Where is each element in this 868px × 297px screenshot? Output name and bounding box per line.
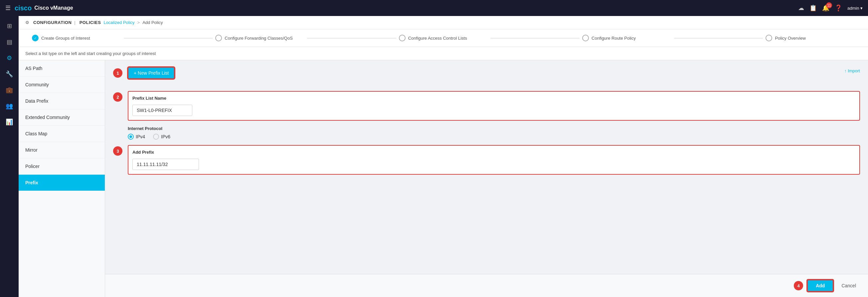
wizard-step-1[interactable]: ✓ Create Groups of Interest bbox=[32, 35, 121, 41]
list-item-prefix[interactable]: Prefix bbox=[19, 175, 105, 191]
step-2-content: Prefix List Name Internet Protocol IPv4 bbox=[128, 91, 860, 140]
cancel-button[interactable]: Cancel bbox=[837, 280, 860, 291]
breadcrumb-current: Add Policy bbox=[143, 20, 163, 25]
app-name: Cisco vManage bbox=[34, 5, 73, 11]
step-badge-2: 2 bbox=[113, 92, 122, 102]
notification-badge: 11 bbox=[826, 2, 832, 8]
add-prefix-box: Add Prefix bbox=[128, 145, 860, 175]
breadcrumb-separator: > bbox=[137, 20, 140, 25]
breadcrumb-localized-policy[interactable]: Localized Policy bbox=[103, 20, 134, 25]
step-badge-1: 1 bbox=[113, 68, 122, 78]
form-panel: 1 + New Prefix List 2 Prefix List Name bbox=[105, 60, 868, 274]
add-prefix-input[interactable] bbox=[132, 159, 199, 170]
main-content: ⚙ CONFIGURATION | POLICIES Localized Pol… bbox=[19, 16, 868, 297]
internet-protocol-label: Internet Protocol bbox=[128, 126, 860, 131]
ip-protocol-radio-group: IPv4 IPv6 bbox=[128, 134, 860, 140]
add-button[interactable]: Add bbox=[807, 280, 833, 292]
app-logo: cisco Cisco vManage bbox=[14, 4, 73, 12]
step-2-row: 2 Prefix List Name Internet Protocol bbox=[113, 91, 860, 140]
notification-bell[interactable]: 🔔 11 bbox=[822, 4, 829, 12]
internet-protocol-section: Internet Protocol IPv4 IPv6 bbox=[128, 126, 860, 140]
wizard-step-2[interactable]: Configure Forwarding Classes/QoS bbox=[215, 35, 304, 41]
step-connector-2 bbox=[307, 38, 396, 38]
step-label-1: Create Groups of Interest bbox=[41, 36, 90, 40]
step-3-content: Add Prefix bbox=[128, 145, 860, 175]
top-nav-right: ☁ 📋 🔔 11 ❓ admin ▾ bbox=[798, 4, 863, 12]
step-circle-5 bbox=[766, 35, 772, 41]
wizard-step-3[interactable]: Configure Access Control Lists bbox=[399, 35, 488, 41]
step-circle-3 bbox=[399, 35, 406, 41]
breadcrumb: ⚙ CONFIGURATION | POLICIES Localized Pol… bbox=[19, 16, 868, 29]
list-item-extended-community[interactable]: Extended Community bbox=[19, 109, 105, 126]
step-label-4: Configure Route Policy bbox=[592, 36, 636, 40]
step-3-row: 3 Add Prefix bbox=[113, 145, 860, 175]
sidebar-item-terminal[interactable]: ▤ bbox=[2, 35, 17, 49]
hamburger-icon[interactable]: ☰ bbox=[5, 4, 11, 12]
left-sidebar: ⊞ ▤ ⚙ 🔧 💼 👥 📊 bbox=[0, 16, 19, 297]
ipv4-radio-circle bbox=[128, 134, 134, 140]
prefix-list-name-input[interactable] bbox=[132, 105, 192, 116]
step-label-3: Configure Access Control Lists bbox=[408, 36, 467, 40]
step-connector-4 bbox=[674, 38, 763, 38]
breadcrumb-policies: POLICIES bbox=[80, 20, 101, 25]
prefix-list-name-box: Prefix List Name bbox=[128, 91, 860, 121]
wizard-steps: ✓ Create Groups of Interest Configure Fo… bbox=[19, 29, 868, 47]
step-circle-4 bbox=[582, 35, 589, 41]
wizard-step-5[interactable]: Policy Overview bbox=[766, 35, 855, 41]
sidebar-item-chart[interactable]: 📊 bbox=[2, 115, 17, 129]
step-label-2: Configure Forwarding Classes/QoS bbox=[224, 36, 292, 40]
step-1-content: + New Prefix List bbox=[128, 67, 860, 86]
ipv6-radio-circle bbox=[153, 134, 159, 140]
top-nav-left: ☰ cisco Cisco vManage bbox=[5, 4, 73, 12]
import-link[interactable]: ↑ Import bbox=[844, 68, 860, 73]
top-nav: ☰ cisco Cisco vManage ☁ 📋 🔔 11 ❓ admin ▾ bbox=[0, 0, 868, 16]
breadcrumb-config: CONFIGURATION bbox=[33, 20, 71, 25]
step-1-row: 1 + New Prefix List bbox=[113, 67, 860, 86]
cisco-logo-text: cisco bbox=[14, 4, 32, 12]
form-actions: 4 Add Cancel bbox=[105, 274, 868, 297]
policy-body: AS Path Community Data Prefix Extended C… bbox=[19, 60, 868, 297]
ipv6-label: IPv6 bbox=[161, 134, 170, 139]
step-badge-4: 4 bbox=[794, 281, 803, 290]
list-item-mirror[interactable]: Mirror bbox=[19, 142, 105, 158]
breadcrumb-gear-icon: ⚙ bbox=[25, 20, 29, 25]
sidebar-item-grid[interactable]: ⊞ bbox=[2, 19, 17, 33]
step-connector-3 bbox=[490, 38, 580, 38]
add-prefix-label: Add Prefix bbox=[132, 150, 855, 155]
list-item-class-map[interactable]: Class Map bbox=[19, 126, 105, 142]
admin-menu[interactable]: admin ▾ bbox=[847, 6, 863, 11]
help-icon[interactable]: ❓ bbox=[835, 4, 842, 12]
list-item-policer[interactable]: Policer bbox=[19, 158, 105, 175]
step-label-5: Policy Overview bbox=[775, 36, 805, 40]
content-hint: Select a list type on the left and start… bbox=[19, 47, 868, 60]
new-prefix-list-button[interactable]: + New Prefix List bbox=[128, 67, 175, 79]
ipv6-radio[interactable]: IPv6 bbox=[153, 134, 170, 140]
main-layout: ⊞ ▤ ⚙ 🔧 💼 👥 📊 ⚙ CONFIGURATION | POLICIES… bbox=[0, 16, 868, 297]
list-item-as-path[interactable]: AS Path bbox=[19, 60, 105, 77]
ipv4-radio[interactable]: IPv4 bbox=[128, 134, 145, 140]
step-circle-2 bbox=[215, 35, 222, 41]
sidebar-item-people[interactable]: 👥 bbox=[2, 99, 17, 113]
sidebar-item-gear[interactable]: ⚙ bbox=[2, 51, 17, 65]
step-badge-3: 3 bbox=[113, 146, 122, 156]
list-panel: AS Path Community Data Prefix Extended C… bbox=[19, 60, 105, 297]
breadcrumb-divider: | bbox=[74, 20, 75, 25]
sidebar-item-wrench[interactable]: 🔧 bbox=[2, 67, 17, 81]
sidebar-item-briefcase[interactable]: 💼 bbox=[2, 83, 17, 97]
list-item-data-prefix[interactable]: Data Prefix bbox=[19, 93, 105, 109]
prefix-list-name-label: Prefix List Name bbox=[132, 96, 855, 101]
wizard-step-4[interactable]: Configure Route Policy bbox=[582, 35, 671, 41]
list-item-community[interactable]: Community bbox=[19, 77, 105, 93]
cloud-icon[interactable]: ☁ bbox=[798, 4, 804, 12]
clipboard-icon[interactable]: 📋 bbox=[809, 4, 817, 12]
step-connector-1 bbox=[124, 38, 213, 38]
ipv4-label: IPv4 bbox=[136, 134, 145, 139]
step-circle-1: ✓ bbox=[32, 35, 39, 41]
